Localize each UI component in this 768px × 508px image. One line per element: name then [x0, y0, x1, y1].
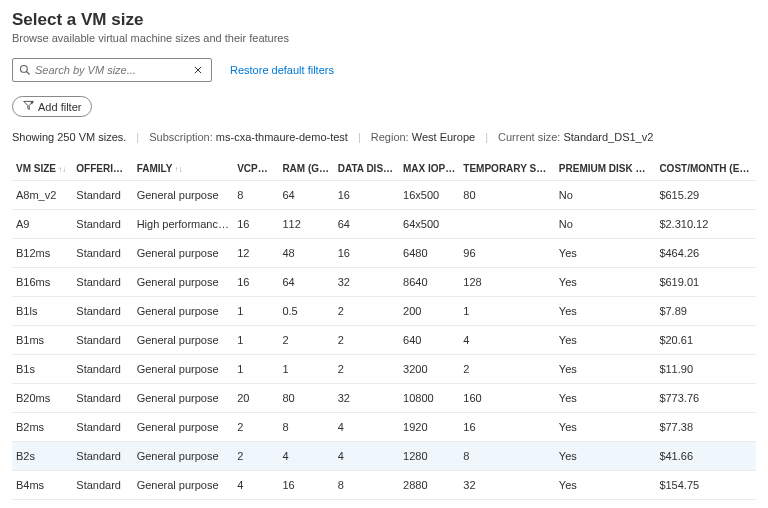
- table-row[interactable]: B2sStandardGeneral purpose24412808Yes$41…: [12, 442, 756, 471]
- col-header-vcpus[interactable]: VCPUS↑↓: [233, 157, 278, 181]
- cell-disks: 4: [334, 413, 399, 442]
- current-size-label: Current size:: [498, 131, 560, 143]
- clear-search-icon[interactable]: [193, 65, 205, 75]
- cell-temp: 128: [459, 268, 555, 297]
- cell-temp: 80: [459, 181, 555, 210]
- table-row[interactable]: B12msStandardGeneral purpose124816648096…: [12, 239, 756, 268]
- cell-iops: 200: [399, 297, 459, 326]
- cell-family: General purpose: [133, 471, 234, 500]
- col-header-family[interactable]: FAMILY↑↓: [133, 157, 234, 181]
- cell-iops: 640: [399, 326, 459, 355]
- page-title: Select a VM size: [12, 10, 756, 30]
- cell-iops: 4320: [399, 500, 459, 509]
- cell-disks: 32: [334, 268, 399, 297]
- col-header-premium[interactable]: PREMIUM DISK SUP...↑↓: [555, 157, 656, 181]
- col-header-vmsize[interactable]: VM SIZE↑↓: [12, 157, 72, 181]
- cell-family: General purpose: [133, 268, 234, 297]
- table-row[interactable]: A9StandardHigh performance c...161126464…: [12, 210, 756, 239]
- cell-family: General purpose: [133, 181, 234, 210]
- cell-disks: 2: [334, 326, 399, 355]
- cell-premium: Yes: [555, 268, 656, 297]
- cell-premium: Yes: [555, 413, 656, 442]
- add-filter-button[interactable]: Add filter: [12, 96, 92, 117]
- cell-premium: Yes: [555, 442, 656, 471]
- cell-temp: 96: [459, 239, 555, 268]
- cell-ram: 80: [278, 384, 333, 413]
- cell-vcpus: 8: [233, 500, 278, 509]
- sort-icon: ↑↓: [174, 165, 182, 174]
- region-label: Region:: [371, 131, 409, 143]
- cell-ram: 2: [278, 326, 333, 355]
- cell-cost: $773.76: [655, 384, 756, 413]
- table-row[interactable]: B1lsStandardGeneral purpose10.522001Yes$…: [12, 297, 756, 326]
- cell-offering: Standard: [72, 268, 132, 297]
- cell-vmsize: B1ms: [12, 326, 72, 355]
- cell-offering: Standard: [72, 326, 132, 355]
- cell-disks: 16: [334, 239, 399, 268]
- cell-family: General purpose: [133, 500, 234, 509]
- table-row[interactable]: B1msStandardGeneral purpose1226404Yes$20…: [12, 326, 756, 355]
- col-header-temp[interactable]: TEMPORARY STOR...↑↓: [459, 157, 555, 181]
- cell-disks: 32: [334, 384, 399, 413]
- table-row[interactable]: B8msStandardGeneral purpose83216432064Ye…: [12, 500, 756, 509]
- cell-cost: $41.66: [655, 442, 756, 471]
- cell-vmsize: B1ls: [12, 297, 72, 326]
- cell-vmsize: B1s: [12, 355, 72, 384]
- table-row[interactable]: B4msStandardGeneral purpose4168288032Yes…: [12, 471, 756, 500]
- table-row[interactable]: A8m_v2StandardGeneral purpose8641616x500…: [12, 181, 756, 210]
- restore-filters-link[interactable]: Restore default filters: [230, 64, 334, 76]
- cell-vmsize: B16ms: [12, 268, 72, 297]
- cell-cost: $154.75: [655, 471, 756, 500]
- cell-premium: Yes: [555, 471, 656, 500]
- cell-premium: Yes: [555, 297, 656, 326]
- table-row[interactable]: B2msStandardGeneral purpose284192016Yes$…: [12, 413, 756, 442]
- cell-vmsize: A9: [12, 210, 72, 239]
- search-input[interactable]: [35, 64, 193, 76]
- table-row[interactable]: B1sStandardGeneral purpose11232002Yes$11…: [12, 355, 756, 384]
- col-header-offering[interactable]: OFFERING↑↓: [72, 157, 132, 181]
- table-row[interactable]: B20msStandardGeneral purpose208032108001…: [12, 384, 756, 413]
- cell-iops: 2880: [399, 471, 459, 500]
- cell-iops: 10800: [399, 384, 459, 413]
- cell-iops: 1280: [399, 442, 459, 471]
- cell-offering: Standard: [72, 355, 132, 384]
- cell-offering: Standard: [72, 413, 132, 442]
- filter-icon: [23, 100, 34, 113]
- cell-premium: No: [555, 210, 656, 239]
- cell-cost: $309.50: [655, 500, 756, 509]
- add-filter-label: Add filter: [38, 101, 81, 113]
- cell-iops: 16x500: [399, 181, 459, 210]
- cell-vcpus: 8: [233, 181, 278, 210]
- cell-cost: $11.90: [655, 355, 756, 384]
- cell-cost: $619.01: [655, 268, 756, 297]
- cell-temp: 160: [459, 384, 555, 413]
- page-subtitle: Browse available virtual machine sizes a…: [12, 32, 756, 44]
- cell-iops: 64x500: [399, 210, 459, 239]
- cell-vcpus: 2: [233, 413, 278, 442]
- cell-ram: 48: [278, 239, 333, 268]
- col-header-disks[interactable]: DATA DISKS↑↓: [334, 157, 399, 181]
- cell-vcpus: 16: [233, 210, 278, 239]
- cell-offering: Standard: [72, 210, 132, 239]
- cell-temp: 8: [459, 442, 555, 471]
- cell-vcpus: 1: [233, 355, 278, 384]
- cell-family: General purpose: [133, 326, 234, 355]
- cell-ram: 64: [278, 181, 333, 210]
- cell-cost: $2.310.12: [655, 210, 756, 239]
- table-row[interactable]: B16msStandardGeneral purpose166432864012…: [12, 268, 756, 297]
- cell-premium: Yes: [555, 239, 656, 268]
- cell-iops: 3200: [399, 355, 459, 384]
- cell-offering: Standard: [72, 181, 132, 210]
- cell-ram: 64: [278, 268, 333, 297]
- cell-cost: $77.38: [655, 413, 756, 442]
- cell-vcpus: 2: [233, 442, 278, 471]
- cell-vcpus: 16: [233, 268, 278, 297]
- col-header-iops[interactable]: MAX IOPS↑↓: [399, 157, 459, 181]
- search-input-wrap[interactable]: [12, 58, 212, 82]
- cell-premium: Yes: [555, 384, 656, 413]
- svg-point-0: [21, 66, 28, 73]
- cell-temp: 32: [459, 471, 555, 500]
- col-header-ram[interactable]: RAM (GI...↑↓: [278, 157, 333, 181]
- col-header-cost[interactable]: COST/MONTH (ESTI...↑↓: [655, 157, 756, 181]
- cell-disks: 64: [334, 210, 399, 239]
